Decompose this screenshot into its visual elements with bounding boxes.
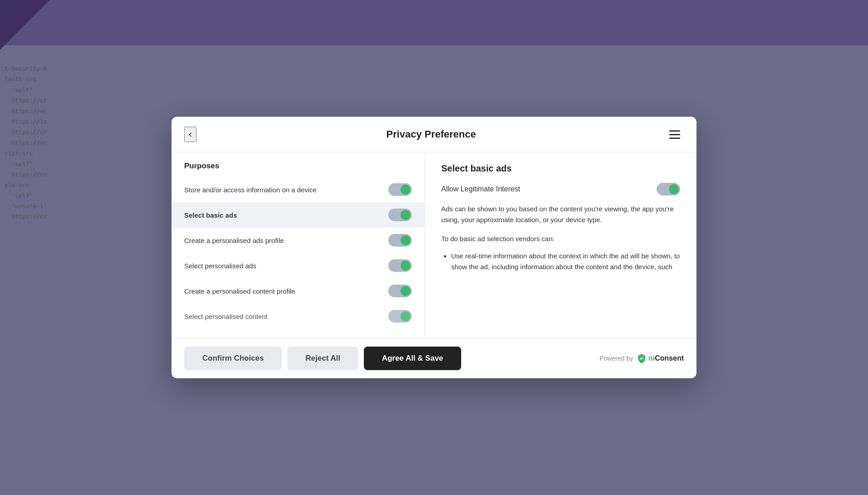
menu-bar-3 [669, 138, 680, 139]
confirm-choices-button[interactable]: Confirm Choices [184, 347, 282, 370]
left-panel: Purposes Store and/or access information… [172, 152, 425, 338]
toggle-track-legitimate [657, 183, 680, 195]
agree-all-save-button[interactable]: Agree All & Save [364, 347, 461, 370]
toggle-track-personalised-ads-profile [388, 234, 412, 247]
toggle-store[interactable] [388, 183, 412, 196]
toggle-track-store [388, 183, 412, 196]
toggle-personalised-content-profile[interactable] [388, 285, 412, 297]
menu-button[interactable] [666, 129, 684, 141]
purpose-label-personalised-content-profile: Create a personalised content profile [184, 287, 295, 295]
footer-buttons: Confirm Choices Reject All Agree All & S… [184, 347, 461, 370]
menu-bar-1 [669, 130, 680, 132]
detail-list: Use real-time information about the cont… [441, 251, 680, 272]
purpose-item-personalised-content-profile[interactable]: Create a personalised content profile [172, 278, 424, 304]
detail-title: Select basic ads [441, 163, 680, 174]
purpose-label-personalised-content: Select personalised content [184, 313, 267, 320]
powered-by: Powered by niConsent [600, 353, 684, 363]
toggle-thumb-basic-ads [401, 210, 410, 220]
toggle-thumb-personalised-content-profile [401, 286, 410, 296]
purpose-item-basic-ads[interactable]: Select basic ads [172, 202, 424, 228]
toggle-legitimate-interest[interactable] [657, 183, 680, 195]
uniconsent-brand-name: niConsent [649, 354, 684, 362]
powered-by-label: Powered by [600, 355, 633, 362]
purpose-label-personalised-ads-profile: Create a personalised ads profile [184, 237, 284, 244]
purpose-label-personalised-ads: Select personalised ads [184, 262, 256, 270]
toggle-personalised-ads-profile[interactable] [388, 234, 412, 247]
purpose-item-personalised-ads[interactable]: Select personalised ads [172, 253, 424, 278]
toggle-thumb-personalised-ads [401, 261, 410, 271]
detail-list-item: Use real-time information about the cont… [451, 251, 680, 272]
purpose-item-store[interactable]: Store and/or access information on a dev… [172, 177, 424, 202]
legitimate-interest-row: Allow Legitimate Interest [441, 183, 680, 195]
toggle-thumb-personalised-ads-profile [401, 235, 410, 245]
toggle-personalised-content[interactable] [388, 310, 412, 323]
modal-footer: Confirm Choices Reject All Agree All & S… [172, 338, 696, 378]
detail-subheading: To do basic ad selection vendors can: [441, 233, 680, 244]
toggle-personalised-ads[interactable] [388, 259, 412, 272]
toggle-track-basic-ads [388, 209, 412, 221]
purpose-label-store: Store and/or access information on a dev… [184, 186, 317, 194]
detail-description: Ads can be shown to you based on the con… [441, 204, 680, 225]
menu-bar-2 [669, 134, 680, 135]
purpose-item-personalised-content[interactable]: Select personalised content [172, 304, 424, 329]
modal-overlay: ‹ Privacy Preference Purposes Store and/… [0, 0, 868, 495]
purposes-heading: Purposes [172, 162, 424, 177]
toggle-basic-ads[interactable] [388, 209, 412, 221]
toggle-thumb-personalised-content [401, 311, 410, 321]
modal-body: Purposes Store and/or access information… [172, 152, 696, 338]
purpose-item-personalised-ads-profile[interactable]: Create a personalised ads profile [172, 228, 424, 253]
uniconsent-shield-icon [637, 353, 647, 363]
back-button[interactable]: ‹ [184, 127, 196, 142]
right-panel: Select basic ads Allow Legitimate Intere… [425, 152, 696, 338]
toggle-track-personalised-content [388, 310, 412, 323]
toggle-track-personalised-ads [388, 259, 412, 272]
toggle-thumb-legitimate [669, 184, 679, 194]
toggle-thumb-store [401, 185, 410, 195]
modal-header: ‹ Privacy Preference [172, 117, 696, 152]
modal-title: Privacy Preference [386, 129, 476, 140]
purpose-label-basic-ads: Select basic ads [184, 211, 237, 219]
uniconsent-logo: niConsent [637, 353, 684, 363]
privacy-modal: ‹ Privacy Preference Purposes Store and/… [172, 117, 696, 378]
legitimate-interest-label: Allow Legitimate Interest [441, 185, 520, 193]
toggle-track-personalised-content-profile [388, 285, 412, 297]
reject-all-button[interactable]: Reject All [287, 347, 358, 370]
